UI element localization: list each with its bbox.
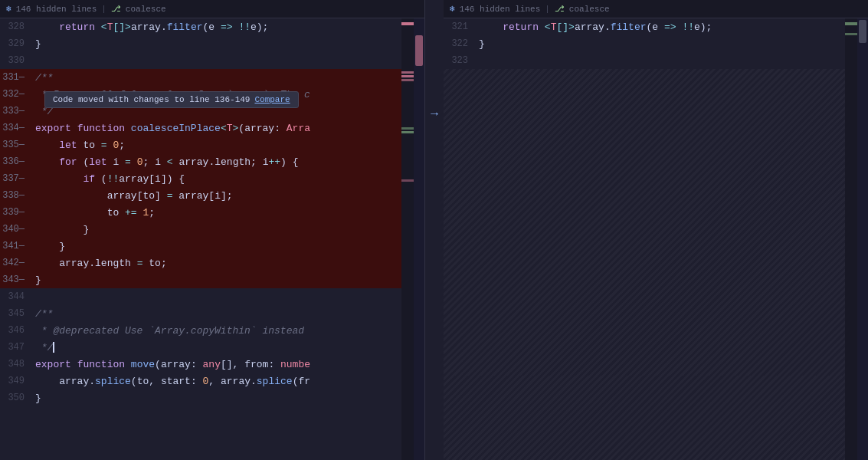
left-code-lines: 328 return <T[]>array.filter(e => !!e); … bbox=[0, 18, 424, 406]
table-row: 349 array.splice(to, start: 0, array.spl… bbox=[0, 373, 424, 389]
table-row: 336— for (let i = 0; i < array.length; i… bbox=[0, 153, 424, 170]
right-branch-name: coalesce bbox=[569, 5, 610, 14]
table-row: 330 bbox=[0, 52, 424, 69]
left-hidden-lines-bar[interactable]: ❄ 146 hidden lines | ⎇ coalesce bbox=[0, 0, 424, 18]
left-separator: | bbox=[101, 5, 106, 14]
table-row: 350 } bbox=[0, 389, 424, 406]
table-row: 346 * @deprecated Use `Array.copyWithin`… bbox=[0, 322, 424, 339]
compare-link[interactable]: Compare bbox=[254, 95, 290, 104]
left-hidden-count: 146 hidden lines bbox=[16, 5, 97, 14]
pane-divider: → bbox=[425, 0, 444, 460]
left-branch-name: coalesce bbox=[126, 5, 166, 14]
right-hidden-lines-bar[interactable]: ❄ 146 hidden lines | ⎇ coalesce bbox=[444, 0, 868, 18]
left-snowflake-icon: ❄ bbox=[6, 4, 11, 14]
arrow-right-icon: → bbox=[431, 107, 438, 121]
table-row: 341— } bbox=[0, 238, 424, 255]
table-row: 323 bbox=[444, 52, 868, 69]
table-row: 345 /** bbox=[0, 305, 424, 322]
right-empty-diff-area bbox=[444, 69, 868, 376]
left-pane: ❄ 146 hidden lines | ⎇ coalesce 328 retu… bbox=[0, 0, 425, 460]
table-row: 348 export function move(array: any[], f… bbox=[0, 356, 424, 373]
table-row: 344 bbox=[0, 288, 424, 305]
left-scrollbar[interactable] bbox=[414, 18, 424, 460]
table-row: 331— /** bbox=[0, 69, 424, 86]
right-code-area: 321 return <T[]>array.filter(e => !!e); … bbox=[444, 18, 868, 460]
left-minimap bbox=[401, 18, 414, 460]
table-row: 347 */ bbox=[0, 339, 424, 356]
table-row: 328 return <T[]>array.filter(e => !!e); bbox=[0, 18, 424, 35]
left-code-area: 328 return <T[]>array.filter(e => !!e); … bbox=[0, 18, 424, 460]
right-separator: | bbox=[545, 5, 550, 14]
editor-container: ❄ 146 hidden lines | ⎇ coalesce 328 retu… bbox=[0, 0, 868, 460]
right-snowflake-icon: ❄ bbox=[450, 4, 455, 14]
table-row: 322 } bbox=[444, 35, 868, 52]
table-row: 321 return <T[]>array.filter(e => !!e); bbox=[444, 18, 868, 35]
table-row: 334— export function coalesceInPlace<T>(… bbox=[0, 120, 424, 136]
table-row: 337— if (!!array[i]) { bbox=[0, 170, 424, 187]
right-code-lines: 321 return <T[]>array.filter(e => !!e); … bbox=[444, 18, 868, 69]
tooltip-bar: Code moved with changes to line 136-149 … bbox=[44, 91, 299, 108]
table-row: 338— array[to] = array[i]; bbox=[0, 187, 424, 204]
right-pane: ❄ 146 hidden lines | ⎇ coalesce 321 retu… bbox=[444, 0, 868, 460]
tooltip-text: Code moved with changes to line 136-149 bbox=[53, 95, 250, 104]
right-scrollbar[interactable] bbox=[857, 18, 868, 460]
right-minimap bbox=[845, 18, 857, 460]
table-row: 340— } bbox=[0, 221, 424, 238]
table-row: 343— } bbox=[0, 271, 424, 288]
left-branch-icon: ⎇ bbox=[111, 4, 121, 14]
table-row: 339— to += 1; bbox=[0, 204, 424, 221]
table-row: 342— array.length = to; bbox=[0, 255, 424, 271]
table-row: 329 } bbox=[0, 35, 424, 52]
table-row: 335— let to = 0; bbox=[0, 136, 424, 153]
right-hidden-count: 146 hidden lines bbox=[460, 5, 541, 14]
right-branch-icon: ⎇ bbox=[555, 4, 565, 14]
